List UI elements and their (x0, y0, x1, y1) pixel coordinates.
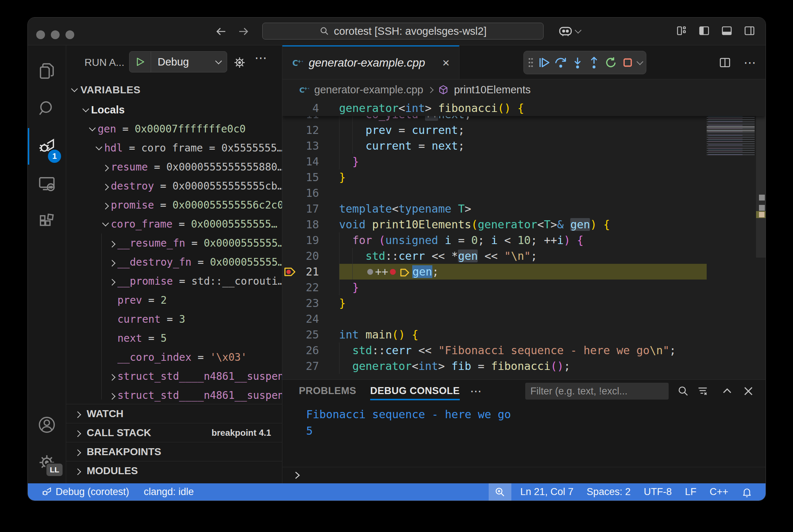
notifications-bell-icon[interactable] (735, 483, 759, 501)
variables-section-header[interactable]: VARIABLES (66, 79, 282, 100)
debug-settings-gear-icon[interactable] (233, 56, 247, 70)
variables-tree-item[interactable]: resume = 0x0000555555555880… (66, 157, 282, 176)
line-number[interactable]: 18 (282, 217, 319, 232)
line-number[interactable]: 20 (282, 248, 319, 264)
step-over-icon[interactable] (554, 56, 567, 69)
variables-tree-item[interactable]: promise = 0x000055555556c2c0 (66, 195, 282, 214)
line-number[interactable]: 27 (282, 358, 319, 374)
statusbar-encoding[interactable]: UTF-8 (637, 483, 679, 501)
code-line-13[interactable]: 13 current = next; (282, 138, 766, 154)
restart-icon[interactable] (604, 56, 617, 69)
code-line-25[interactable]: 25int main() { (282, 327, 766, 342)
sidebar-section-call-stack[interactable]: CALL STACKbreakpoint 4.1 (66, 423, 282, 442)
code-line-23[interactable]: 23} (282, 295, 766, 311)
code-line-22[interactable]: 22 } (282, 280, 766, 295)
debug-status-item[interactable]: Debug (corotest) (36, 486, 134, 498)
variables-tree-item[interactable]: destroy = 0x0000555555555cb… (66, 176, 282, 195)
line-number[interactable]: 19 (282, 232, 319, 248)
line-number[interactable]: 13 (282, 138, 319, 154)
editor-more-actions-icon[interactable]: ⋯ (744, 55, 756, 70)
sidebar-more-actions-icon[interactable]: ⋯ (255, 50, 267, 65)
code-line-15[interactable]: 15} (282, 169, 766, 185)
scrollbar[interactable] (756, 100, 766, 258)
traffic-light-minimize[interactable] (51, 30, 60, 39)
variables-tree-item[interactable]: coro_frame = 0x00005555555… (66, 214, 282, 233)
code-line-24[interactable]: 24 (282, 311, 766, 327)
line-number[interactable]: 4 (282, 100, 319, 116)
panel-more-tabs-icon[interactable]: ⋯ (470, 384, 482, 398)
variables-tree-item[interactable]: __promise = std::__corouti… (66, 271, 282, 291)
line-number[interactable]: 12 (282, 122, 319, 138)
accounts-icon[interactable] (34, 412, 60, 438)
extensions-icon[interactable] (34, 209, 60, 235)
statusbar-cursor-position[interactable]: Ln 21, Col 7 (514, 483, 580, 501)
code-line-19[interactable]: 19 for (unsigned i = 0; i < 10; ++i) { (282, 232, 766, 248)
sticky-scroll[interactable]: 4generator<int> fibonacci() { (282, 100, 766, 116)
code-line-14[interactable]: 14 } (282, 154, 766, 169)
collapse-panel-icon[interactable] (721, 385, 733, 397)
tab-problems[interactable]: PROBLEMS (299, 385, 356, 400)
statusbar-language-mode[interactable]: C++ (703, 483, 735, 501)
step-into-icon[interactable] (571, 56, 584, 69)
traffic-light-zoom[interactable] (65, 30, 74, 39)
variables-tree-item[interactable]: gen = 0x00007fffffffe0c0 (66, 119, 282, 138)
copilot-menu[interactable] (558, 24, 580, 38)
code-line-16[interactable]: 16 (282, 185, 766, 201)
variables-tree-item[interactable]: current = 3 (66, 310, 282, 329)
toolbar-drag-grip[interactable] (527, 56, 534, 69)
tab-debug-console[interactable]: DEBUG CONSOLE (370, 385, 460, 400)
statusbar-indentation[interactable]: Spaces: 2 (580, 483, 637, 501)
variables-tree-item[interactable]: Locals (66, 100, 282, 119)
explorer-icon[interactable] (34, 58, 60, 84)
statusbar-eol[interactable]: LF (678, 483, 703, 501)
breadcrumb-file[interactable]: generator-example.cpp (314, 84, 423, 96)
chevron-down-icon[interactable] (637, 58, 643, 65)
code-line-4[interactable]: 4generator<int> fibonacci() { (282, 100, 766, 116)
tab-close-icon[interactable]: × (442, 56, 450, 70)
search-view-icon[interactable] (34, 96, 60, 121)
code-line-12[interactable]: 12 prev = current; (282, 122, 766, 138)
command-center-search[interactable]: corotest [SSH: avogelsges-wsl2] (262, 23, 544, 40)
line-number[interactable]: 23 (282, 295, 319, 311)
filter-lines-icon[interactable] (696, 385, 709, 397)
inline-breakpoint-candidate-icon[interactable] (367, 269, 373, 275)
breakpoint-current-line-icon[interactable] (284, 266, 296, 278)
line-number[interactable]: 24 (282, 311, 319, 327)
tab-generator-example[interactable]: C++ generator-example.cpp × (282, 45, 459, 79)
code-line-17[interactable]: 17template<typename T> (282, 201, 766, 217)
variables-tree-item[interactable]: hdl = coro frame = 0x5555555… (66, 138, 282, 157)
console-input-row[interactable] (282, 467, 766, 483)
code-line-11[interactable]: 11 co_yield ++next; (282, 116, 766, 122)
traffic-light-close[interactable] (36, 30, 45, 39)
line-number[interactable]: 16 (282, 185, 319, 201)
toggle-panel-icon[interactable] (721, 25, 733, 37)
variables-tree-item[interactable]: next = 5 (66, 329, 282, 348)
start-debug-icon[interactable] (129, 52, 151, 72)
line-number[interactable]: 11 (282, 116, 319, 122)
variables-tree-item[interactable]: prev = 2 (66, 291, 282, 310)
sidebar-section-watch[interactable]: WATCH (66, 404, 282, 423)
breadcrumb-symbol[interactable]: print10Elements (454, 84, 531, 96)
clangd-status-item[interactable]: clangd: idle (139, 486, 199, 498)
code-line-21[interactable]: 21 ++gen; (282, 264, 766, 280)
step-out-icon[interactable] (587, 56, 601, 69)
line-number[interactable]: 25 (282, 327, 319, 342)
inline-breakpoint-icon[interactable] (390, 269, 396, 275)
sidebar-section-breakpoints[interactable]: BREAKPOINTS (66, 442, 282, 461)
variables-tree-item[interactable]: __coro_index = '\x03' (66, 348, 282, 367)
variables-tree-item[interactable]: struct_std____n4861__suspend (66, 386, 282, 405)
customize-layout-icon[interactable] (676, 25, 687, 37)
toggle-secondary-sidebar-icon[interactable] (744, 25, 755, 37)
variables-tree-item[interactable]: __resume_fn = 0x0000555555… (66, 233, 282, 252)
code-line-26[interactable]: 26 std::cerr << "Fibonacci sequence - he… (282, 342, 766, 358)
continue-icon[interactable] (537, 56, 550, 69)
line-number[interactable]: 26 (282, 342, 319, 358)
remote-explorer-icon[interactable] (34, 171, 60, 197)
code-line-20[interactable]: 20 std::cerr << *gen << "\n"; (282, 248, 766, 264)
variables-tree-item[interactable]: __destroy_fn = 0x000055555… (66, 252, 282, 271)
line-number[interactable]: 15 (282, 169, 319, 185)
sidebar-section-modules[interactable]: MODULES (66, 461, 282, 480)
zoom-indicator[interactable] (489, 483, 511, 501)
forward-icon[interactable] (237, 25, 250, 38)
launch-configuration-dropdown[interactable]: Debug (129, 51, 227, 72)
